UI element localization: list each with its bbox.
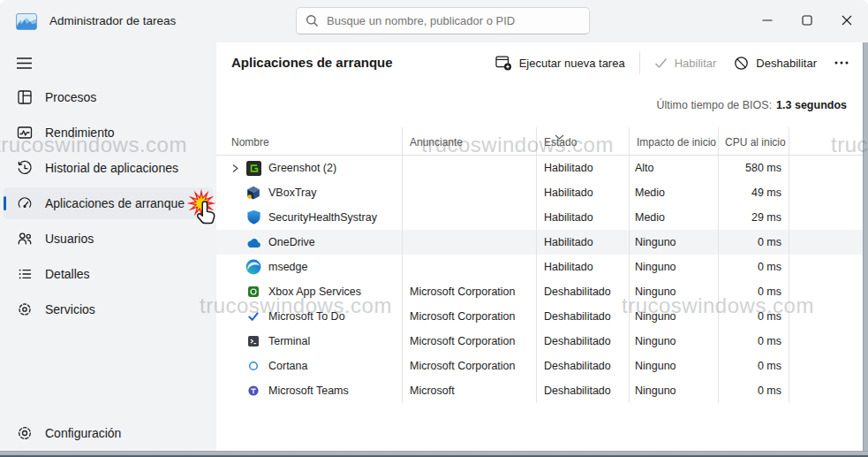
close-button[interactable] [826, 0, 866, 40]
cell-status: Habilitado [536, 156, 629, 180]
column-header-nombre[interactable]: Nombre [216, 127, 402, 155]
cell-publisher [402, 230, 536, 255]
cell-name: Terminal [216, 329, 402, 354]
sidebar-item-label: Servicios [45, 302, 95, 316]
sidebar-item-rendimiento[interactable]: Rendimiento [4, 117, 213, 149]
task-manager-app-icon [16, 13, 37, 30]
window-bottom-border [0, 451, 868, 457]
startup-app-row-securityhealthsystray[interactable]: SecurityHealthSystrayHabilitadoMedio29 m… [216, 205, 863, 230]
hamburger-icon [16, 57, 33, 70]
edge-icon [245, 258, 262, 276]
cell-cpu-at-startup: 0 ms [718, 354, 789, 378]
cell-startup-impact: Medio [629, 180, 718, 205]
toolbar-separator [639, 51, 640, 74]
column-header-impacto-de-inicio[interactable]: Impacto de inicio [629, 127, 718, 155]
startup-apps-icon [16, 194, 34, 212]
column-header-label: Impacto de inicio [637, 136, 716, 149]
disable-label: Deshabilitar [756, 57, 817, 70]
cell-startup-impact: Ninguno [629, 230, 718, 255]
cell-cpu-at-startup: 29 ms [718, 205, 789, 230]
chevron-spacer [231, 385, 245, 396]
todo-check-icon [245, 308, 262, 325]
sidebar-item-configuracion[interactable]: Configuración [4, 417, 213, 449]
startup-apps-table: NombreAnuncianteEstadoImpacto de inicioC… [216, 128, 863, 403]
sidebar-item-usuarios[interactable]: Usuarios [4, 223, 213, 255]
search-input[interactable] [327, 14, 580, 27]
app-name: Microsoft To Do [268, 310, 345, 323]
app-name: Terminal [268, 335, 310, 347]
sidebar-item-detalles[interactable]: Detalles [4, 258, 213, 290]
column-header-cpu-al-inicio[interactable]: CPU al inicio [718, 127, 789, 155]
security-shield-icon [245, 209, 262, 226]
cell-cpu-at-startup: 0 ms [718, 329, 789, 354]
cell-cpu-at-startup: 0 ms [718, 304, 789, 329]
cell-publisher: Microsoft Corporation [402, 354, 536, 378]
search-box[interactable] [296, 7, 590, 34]
cell-publisher: Microsoft Corporation [402, 329, 536, 354]
cell-blank [789, 230, 863, 255]
startup-app-row-microsoft-to-do[interactable]: Microsoft To DoMicrosoft CorporationDesh… [216, 304, 863, 329]
chevron-spacer [231, 237, 245, 248]
cell-publisher [402, 255, 536, 279]
task-manager-window: Administrador de tareas Procesos [0, 0, 868, 457]
cell-publisher: Microsoft Corporation [402, 304, 536, 329]
sidebar-item-procesos[interactable]: Procesos [4, 81, 213, 113]
chevron-spacer [231, 361, 245, 371]
cell-cpu-at-startup: 580 ms [718, 156, 789, 180]
performance-icon [16, 124, 34, 141]
greenshot-icon [245, 159, 262, 177]
disable-button[interactable]: Deshabilitar [725, 50, 826, 76]
navigation-menu-button[interactable] [12, 51, 35, 74]
app-name: VBoxTray [268, 187, 316, 199]
run-new-task-button[interactable]: Ejecutar nueva tarea [487, 50, 634, 76]
expand-chevron-icon[interactable] [231, 163, 245, 173]
sidebar-item-aplicaciones-de-arranque[interactable]: Aplicaciones de arranque [4, 187, 213, 219]
column-header-anunciante[interactable]: Anunciante [402, 127, 536, 155]
startup-app-row-vboxtray[interactable]: VBoxTrayHabilitadoMedio49 ms [216, 180, 863, 205]
maximize-button[interactable] [787, 0, 826, 40]
new-task-icon [495, 55, 512, 71]
startup-app-row-greenshot-2-[interactable]: Greenshot (2)HabilitadoAlto580 ms [216, 156, 863, 180]
teams-icon [245, 382, 262, 400]
cell-blank [789, 354, 863, 378]
column-header-label: Nombre [231, 136, 269, 149]
cell-publisher [402, 180, 536, 205]
sidebar-item-servicios[interactable]: Servicios [4, 293, 213, 325]
cell-startup-impact: Medio [629, 205, 718, 230]
bios-time: Último tiempo de BIOS:1.3 segundos [657, 99, 848, 111]
minimize-button[interactable] [747, 0, 787, 40]
window-right-border [863, 42, 868, 451]
more-options-icon [834, 61, 849, 65]
startup-app-row-cortana[interactable]: CortanaMicrosoft CorporationDeshabilitad… [216, 354, 863, 378]
enable-label: Habilitar [675, 57, 717, 70]
chevron-spacer [231, 311, 245, 322]
cell-publisher [402, 205, 536, 230]
enable-button[interactable]: Habilitar [645, 51, 726, 75]
cell-name: Microsoft Teams [216, 378, 402, 403]
startup-app-row-onedrive[interactable]: OneDriveHabilitadoNinguno0 ms [216, 230, 863, 255]
cell-blank [789, 378, 863, 403]
startup-app-row-xbox-app-services[interactable]: Xbox App ServicesMicrosoft CorporationDe… [216, 279, 863, 304]
startup-app-row-microsoft-teams[interactable]: Microsoft TeamsMicrosoftDeshabilitadoNin… [216, 378, 863, 403]
check-icon [654, 57, 668, 69]
search-icon [306, 14, 319, 27]
cell-blank [789, 329, 863, 354]
startup-app-row-terminal[interactable]: TerminalMicrosoft CorporationDeshabilita… [216, 329, 863, 354]
cell-blank [789, 279, 863, 304]
sidebar-item-label: Historial de aplicaciones [45, 161, 178, 175]
cell-cpu-at-startup: 0 ms [718, 255, 789, 279]
sidebar-item-label: Detalles [45, 267, 90, 281]
xbox-icon [245, 283, 262, 301]
startup-app-row-msedge[interactable]: msedgeHabilitadoNinguno0 ms [216, 255, 863, 279]
chevron-spacer [231, 262, 245, 272]
selected-indicator [4, 196, 6, 210]
sidebar-item-historial-de-aplicaciones[interactable]: Historial de aplicaciones [4, 152, 213, 184]
column-header-estado[interactable]: Estado [536, 127, 629, 155]
cell-name: VBoxTray [216, 180, 402, 205]
more-options-button[interactable] [826, 56, 857, 70]
cell-status: Habilitado [536, 205, 629, 230]
cell-name: msedge [216, 255, 402, 279]
app-name: Xbox App Services [268, 286, 361, 298]
app-name: Greenshot (2) [268, 162, 336, 174]
cell-status: Deshabilitado [536, 378, 629, 403]
